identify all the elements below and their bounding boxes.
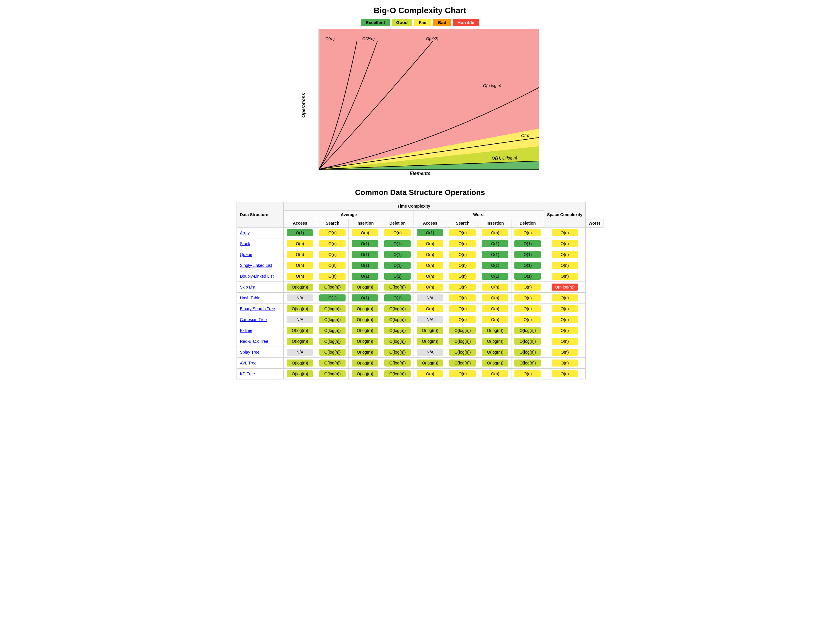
cell-badge: O(log(n)) xyxy=(514,338,541,345)
cell-badge: O(n) xyxy=(417,370,443,377)
cell-badge: O(n) xyxy=(449,229,476,236)
avg-cell: O(n) xyxy=(316,260,349,271)
cell-badge: O(log(n)) xyxy=(287,370,313,377)
ds-link[interactable]: KD Tree xyxy=(240,372,255,376)
cell-badge: O(n) xyxy=(514,305,541,312)
cell-badge: O(1) xyxy=(352,295,378,301)
ds-name-cell[interactable]: Skip List xyxy=(237,282,284,293)
ds-name-cell[interactable]: Hash Table xyxy=(237,293,284,303)
cell-badge: O(log(n)) xyxy=(449,327,476,334)
avg-cell: O(1) xyxy=(381,249,414,260)
avg-cell: O(1) xyxy=(349,260,381,271)
ds-link[interactable]: Queue xyxy=(240,252,252,257)
worst-cell: O(1) xyxy=(414,227,447,238)
ds-link[interactable]: Array xyxy=(240,230,249,235)
avg-cell: O(n) xyxy=(316,227,349,238)
cell-badge: O(n) xyxy=(449,305,476,312)
cell-badge: O(n) xyxy=(552,349,578,356)
worst-cell: O(n) xyxy=(447,314,479,325)
avg-cell: O(log(n)) xyxy=(316,358,349,369)
cell-badge: O(n) xyxy=(482,370,508,377)
ds-link[interactable]: Singly-Linked List xyxy=(240,263,272,268)
avg-cell: O(log(n)) xyxy=(284,336,316,347)
ds-link[interactable]: Red-Black Tree xyxy=(240,339,268,344)
avg-cell: O(log(n)) xyxy=(381,336,414,347)
ds-link[interactable]: B-Tree xyxy=(240,328,252,333)
ds-name-cell[interactable]: Doubly-Linked List xyxy=(237,271,284,282)
legend-bad: Bad xyxy=(433,19,451,26)
avg-cell: O(log(n)) xyxy=(381,314,414,325)
ds-name-cell[interactable]: Queue xyxy=(237,249,284,260)
cell-badge: O(n) xyxy=(417,283,443,291)
worst-cell: O(n) xyxy=(414,303,447,314)
ds-link[interactable]: Splay Tree xyxy=(240,350,259,354)
y-axis-label: Operations xyxy=(301,93,306,118)
cell-badge: O(log(n)) xyxy=(287,338,313,345)
space-cell: O(n) xyxy=(544,347,586,358)
ds-name-cell[interactable]: Binary Search Tree xyxy=(237,303,284,314)
ds-name-cell[interactable]: Singly-Linked List xyxy=(237,260,284,271)
ds-link[interactable]: Stack xyxy=(240,241,250,246)
cell-badge: O(log(n)) xyxy=(352,327,378,334)
ds-name-cell[interactable]: Cartesian Tree xyxy=(237,314,284,325)
cell-badge: O(n) xyxy=(417,240,443,247)
ds-name-cell[interactable]: B-Tree xyxy=(237,325,284,336)
ds-name-cell[interactable]: KD Tree xyxy=(237,369,284,379)
cell-badge: O(n log(n)) xyxy=(552,283,578,291)
label-on2: O(n^2) xyxy=(426,36,438,41)
ds-name-cell[interactable]: Array xyxy=(237,227,284,238)
ds-link[interactable]: Skip List xyxy=(240,285,255,290)
cell-badge: O(n) xyxy=(552,229,578,236)
ds-link[interactable]: Cartesian Tree xyxy=(240,317,267,322)
cell-badge: O(n) xyxy=(352,229,378,236)
cell-badge: O(log(n)) xyxy=(384,305,411,312)
worst-cell: O(n) xyxy=(414,260,447,271)
ds-name-cell[interactable]: Red-Black Tree xyxy=(237,336,284,347)
avg-cell: N/A xyxy=(284,314,316,325)
cell-badge: O(log(n)) xyxy=(319,316,345,323)
cell-badge: O(1) xyxy=(384,295,411,301)
avg-cell: O(log(n)) xyxy=(316,314,349,325)
cell-badge: O(n) xyxy=(449,251,476,258)
legend: Excellent Good Fair Bad Horrible xyxy=(6,19,834,26)
worst-cell: N/A xyxy=(414,293,447,303)
worst-cell: O(1) xyxy=(479,249,511,260)
legend-good: Good xyxy=(392,19,413,26)
avg-cell: O(log(n)) xyxy=(381,282,414,293)
avg-cell: O(log(n)) xyxy=(349,336,381,347)
table-row: KD TreeO(log(n))O(log(n))O(log(n))O(log(… xyxy=(237,369,603,379)
worst-cell: N/A xyxy=(414,314,447,325)
cell-badge: O(n) xyxy=(482,305,508,312)
avg-cell: O(log(n)) xyxy=(316,325,349,336)
cell-badge: O(log(n)) xyxy=(384,327,411,334)
avg-cell: O(log(n)) xyxy=(349,358,381,369)
cell-badge: O(n) xyxy=(384,229,411,236)
avg-cell: O(log(n)) xyxy=(284,358,316,369)
worst-cell: O(n) xyxy=(511,227,544,238)
ds-name-cell[interactable]: Splay Tree xyxy=(237,347,284,358)
ds-link[interactable]: Binary Search Tree xyxy=(240,306,275,311)
col-worst: Worst xyxy=(414,211,544,219)
ds-link[interactable]: AVL Tree xyxy=(240,361,257,366)
ds-name-cell[interactable]: AVL Tree xyxy=(237,358,284,369)
cell-badge: O(n) xyxy=(449,283,476,291)
label-o2n: O(2^n) xyxy=(362,36,374,41)
cell-badge: O(1) xyxy=(514,262,541,269)
cell-badge: O(1) xyxy=(384,273,411,280)
ds-link[interactable]: Doubly-Linked List xyxy=(240,274,273,279)
avg-cell: O(n) xyxy=(316,271,349,282)
avg-cell: O(1) xyxy=(349,249,381,260)
ds-name-cell[interactable]: Stack xyxy=(237,238,284,249)
ds-link[interactable]: Hash Table xyxy=(240,296,260,300)
label-o1: O(1), O(log n) xyxy=(492,156,517,160)
cell-badge: O(log(n)) xyxy=(319,283,345,291)
cell-badge: O(n) xyxy=(417,251,443,258)
cell-badge: O(log(n)) xyxy=(319,349,345,356)
avg-cell: O(n) xyxy=(349,227,381,238)
cell-badge: O(n) xyxy=(417,262,443,269)
cell-badge: O(n) xyxy=(287,273,313,280)
label-onlogn: O(n log n) xyxy=(483,83,501,88)
cell-badge: O(n) xyxy=(514,229,541,236)
cell-badge: O(n) xyxy=(552,262,578,269)
cell-badge: O(log(n)) xyxy=(384,370,411,377)
